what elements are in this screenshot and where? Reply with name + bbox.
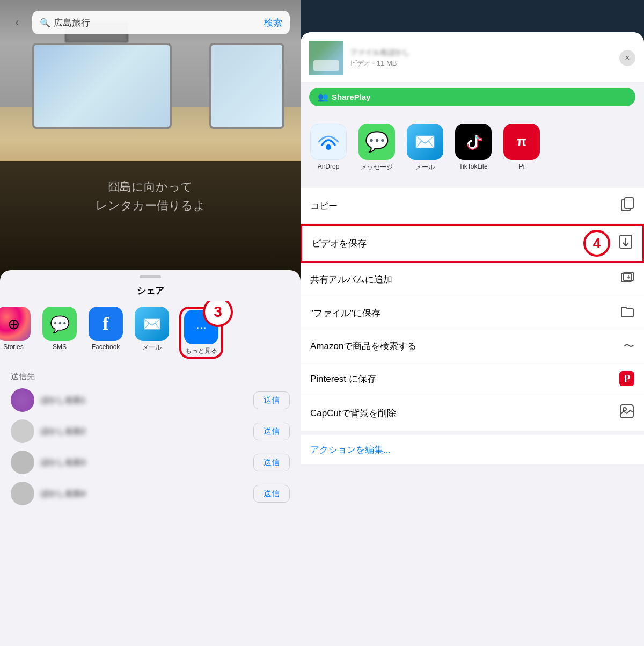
more-label: もっと見る: [185, 346, 217, 355]
svg-rect-3: [625, 198, 633, 208]
send-button-3[interactable]: 送信: [253, 454, 290, 471]
save-file-label: "ファイル"に保存: [310, 307, 380, 320]
sendto-section: 送信先 ぼかし名前1 送信 ぼかし名前2 送信 ぼかし名前3 送信 ぼかし名前4…: [0, 364, 301, 520]
send-button-4[interactable]: 送信: [253, 485, 290, 503]
amazon-label: Amazonで商品を検索する: [310, 340, 416, 352]
airdrop-label: AirDrop: [318, 163, 340, 170]
action-save-file[interactable]: "ファイル"に保存: [301, 296, 644, 330]
contact-item-1: ぼかし名前1 送信: [11, 388, 290, 412]
contact-name-3: ぼかし名前3: [41, 458, 253, 468]
copy-icon: [620, 197, 634, 215]
share-sheet-left: シェア ⊕ Stories 💬 SMS f Fa: [0, 270, 301, 646]
facebook-icon: f: [89, 307, 123, 341]
send-button-2[interactable]: 送信: [253, 423, 290, 440]
back-button[interactable]: ‹: [5, 11, 29, 34]
pinterest-label: Pinterest に保存: [310, 373, 376, 385]
divider-2: [301, 179, 644, 184]
svg-point-8: [623, 408, 626, 411]
app-item-sms[interactable]: 💬 SMS: [41, 307, 78, 359]
pinterest-icon: P: [619, 371, 634, 386]
search-query: 広島旅行: [54, 17, 264, 29]
close-icon: ×: [625, 53, 630, 63]
contact-item-2: ぼかし名前2 送信: [11, 419, 290, 443]
left-panel: 囧島に向かって レンタカー借りるよ ‹ 🔍 広島旅行 検索 シェア ⊕ Stor…: [0, 0, 301, 646]
avatar-4: [11, 482, 34, 505]
action-save-video[interactable]: ビデオを保存 4: [301, 224, 644, 263]
save-file-icon: [620, 305, 634, 321]
divider: [301, 112, 644, 116]
action-shared-album[interactable]: 共有アルバムに追加: [301, 263, 644, 296]
app-item-messages[interactable]: 💬 メッセージ: [357, 124, 396, 172]
avatar-3: [11, 451, 34, 474]
save-video-icon: [619, 234, 633, 252]
shareplay-icon: 👥: [318, 92, 328, 102]
app-item-tiktok[interactable]: TikTokLite: [454, 124, 493, 172]
app-item-pi[interactable]: π Pi: [502, 124, 541, 172]
send-button-1[interactable]: 送信: [253, 391, 290, 409]
contact-item-4: ぼかし名前4 送信: [11, 482, 290, 505]
app-item-airdrop[interactable]: AirDrop: [309, 124, 348, 172]
close-button[interactable]: ×: [619, 50, 635, 66]
avatar-2: [11, 419, 34, 443]
amazon-icon: 〜: [624, 339, 634, 353]
step-3-badge: 3: [203, 301, 233, 327]
mail-label-right: メール: [415, 163, 435, 172]
app-item-stories[interactable]: ⊕ Stories: [0, 307, 32, 359]
more-button-wrapper: ··· もっと見る 3: [179, 307, 223, 359]
contact-name-2: ぼかし名前2: [41, 426, 253, 437]
step-4-badge: 4: [583, 230, 610, 257]
search-button[interactable]: 検索: [264, 17, 282, 29]
right-panel: ファイル名ぼかし ビデオ · 11 MB × 👥 SharePlay: [301, 0, 644, 646]
bus-caption: 囧島に向かって レンタカー借りるよ: [96, 177, 206, 215]
share-filesize: ビデオ · 11 MB: [350, 59, 619, 68]
avatar-1: [11, 388, 34, 412]
pi-icon: π: [503, 124, 540, 160]
app-item-mail[interactable]: ✉️ メール: [133, 307, 171, 359]
capcut-label: CapCutで背景を削除: [310, 407, 396, 419]
app-item-facebook[interactable]: f Facebook: [87, 307, 125, 359]
share-header: ファイル名ぼかし ビデオ · 11 MB ×: [301, 32, 644, 82]
svg-point-0: [326, 144, 331, 150]
action-copy[interactable]: コピー: [301, 188, 644, 224]
mail-label: メール: [142, 343, 162, 352]
edit-actions[interactable]: アクションを編集...: [301, 435, 644, 464]
stories-icon: ⊕: [0, 307, 31, 341]
action-list: コピー ビデオを保存 4: [301, 188, 644, 431]
contact-name-4: ぼかし名前4: [41, 489, 253, 499]
sms-label: SMS: [53, 343, 67, 351]
contact-name-1: ぼかし名前1: [41, 395, 253, 405]
tiktok-icon: [455, 124, 492, 160]
bus-photo: [0, 0, 301, 279]
search-bar[interactable]: 🔍 広島旅行 検索: [32, 11, 290, 34]
shared-album-icon: [620, 271, 634, 287]
shared-album-label: 共有アルバムに追加: [310, 273, 392, 286]
app-item-mail[interactable]: ✉️ メール: [406, 124, 444, 172]
airdrop-icon: [310, 124, 347, 160]
tiktok-label: TikTokLite: [459, 163, 488, 170]
mail-icon: ✉️: [135, 307, 169, 341]
action-capcut[interactable]: CapCutで背景を削除: [301, 395, 644, 431]
mail-icon-right: ✉️: [407, 124, 443, 160]
share-apps-row: ⊕ Stories 💬 SMS f Facebook ✉: [0, 301, 301, 364]
save-video-label: ビデオを保存: [312, 237, 367, 250]
edit-actions-label: アクションを編集...: [310, 445, 391, 455]
capcut-icon: [619, 404, 634, 422]
search-icon: 🔍: [40, 18, 50, 28]
action-amazon[interactable]: Amazonで商品を検索する 〜: [301, 330, 644, 362]
contact-item-3: ぼかし名前3 送信: [11, 451, 290, 474]
messages-icon: 💬: [358, 124, 395, 160]
share-filename: ファイル名ぼかし: [350, 48, 619, 57]
pi-label: Pi: [519, 163, 525, 170]
messages-label: メッセージ: [361, 163, 393, 172]
shareplay-button[interactable]: 👥 SharePlay: [309, 88, 635, 106]
action-pinterest[interactable]: Pinterest に保存 P: [301, 362, 644, 395]
share-thumbnail: [309, 41, 343, 75]
share-title: シェア: [0, 278, 301, 301]
stories-label: Stories: [3, 343, 23, 351]
share-sheet-right: ファイル名ぼかし ビデオ · 11 MB × 👥 SharePlay: [301, 32, 644, 646]
copy-label: コピー: [310, 200, 338, 212]
facebook-label: Facebook: [92, 343, 120, 351]
shareplay-label: SharePlay: [332, 92, 371, 101]
sms-icon: 💬: [42, 307, 77, 341]
sendto-label: 送信先: [11, 372, 290, 382]
